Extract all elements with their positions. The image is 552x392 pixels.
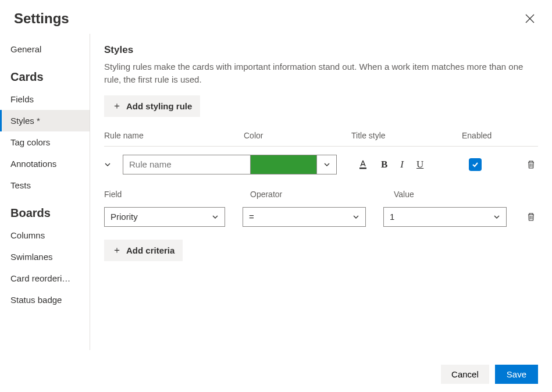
- page-title: Settings: [14, 10, 69, 27]
- check-icon: [471, 161, 479, 169]
- delete-rule-button[interactable]: [524, 158, 538, 172]
- cancel-button[interactable]: Cancel: [441, 365, 489, 384]
- sidebar-item-columns[interactable]: Columns: [0, 224, 90, 246]
- save-button[interactable]: Save: [495, 365, 538, 384]
- sidebar-section-cards: Cards: [0, 60, 90, 88]
- column-header-rulename: Rule name: [104, 131, 244, 140]
- italic-button[interactable]: I: [398, 156, 406, 173]
- color-swatch[interactable]: [251, 155, 317, 174]
- section-title: Styles: [104, 44, 538, 56]
- trash-icon: [526, 212, 536, 222]
- font-color-icon: [358, 159, 368, 170]
- trash-icon: [526, 160, 536, 169]
- close-icon: [525, 14, 535, 23]
- criteria-operator-select[interactable]: =: [243, 207, 366, 227]
- sidebar-item-general[interactable]: General: [0, 38, 90, 60]
- sidebar-item-tag-colors[interactable]: Tag colors: [0, 131, 90, 153]
- sidebar-item-annotations[interactable]: Annotations: [0, 153, 90, 174]
- criteria-header-operator: Operator: [250, 190, 394, 199]
- chevron-down-icon: [104, 161, 111, 168]
- underline-button[interactable]: U: [414, 156, 426, 173]
- add-styling-rule-label: Add styling rule: [126, 101, 192, 111]
- add-criteria-button[interactable]: ＋ Add criteria: [104, 240, 183, 261]
- sidebar-item-swimlanes[interactable]: Swimlanes: [0, 246, 90, 268]
- svg-rect-0: [359, 168, 366, 169]
- main-panel: Styles Styling rules make the cards with…: [90, 34, 552, 350]
- plus-icon: ＋: [112, 244, 122, 256]
- criteria-header-value: Value: [394, 190, 538, 199]
- criteria-header-field: Field: [104, 190, 250, 199]
- add-criteria-label: Add criteria: [126, 245, 174, 255]
- font-color-button[interactable]: [355, 157, 371, 172]
- criteria-value-select[interactable]: 1: [383, 207, 507, 227]
- color-dropdown[interactable]: [317, 155, 337, 174]
- column-header-titlestyle: Title style: [351, 131, 462, 140]
- expand-rule-toggle[interactable]: [104, 161, 123, 168]
- delete-criteria-button[interactable]: [524, 210, 538, 224]
- sidebar-item-card-reordering[interactable]: Card reorderi…: [0, 268, 90, 289]
- criteria-value-value: 1: [390, 212, 394, 222]
- sidebar-section-boards: Boards: [0, 196, 90, 224]
- bold-button[interactable]: B: [379, 156, 390, 173]
- close-button[interactable]: [522, 10, 538, 27]
- chevron-down-icon: [212, 213, 219, 220]
- sidebar-item-fields[interactable]: Fields: [0, 88, 90, 110]
- add-styling-rule-button[interactable]: ＋ Add styling rule: [104, 95, 200, 117]
- sidebar-item-status-badge[interactable]: Status badge: [0, 289, 90, 311]
- column-header-color: Color: [244, 131, 351, 140]
- plus-icon: ＋: [112, 100, 122, 112]
- criteria-field-value: Priority: [111, 212, 138, 222]
- sidebar-item-tests[interactable]: Tests: [0, 174, 90, 196]
- criteria-operator-value: =: [249, 212, 254, 222]
- column-header-enabled: Enabled: [462, 131, 538, 140]
- rule-name-input[interactable]: [123, 155, 251, 174]
- chevron-down-icon: [323, 161, 330, 168]
- chevron-down-icon: [493, 213, 500, 220]
- enabled-checkbox[interactable]: [469, 158, 482, 171]
- sidebar-item-styles[interactable]: Styles *: [0, 110, 90, 131]
- section-description: Styling rules make the cards with import…: [104, 60, 538, 86]
- sidebar: General Cards Fields Styles * Tag colors…: [0, 34, 90, 350]
- chevron-down-icon: [352, 213, 359, 220]
- criteria-field-select[interactable]: Priority: [104, 207, 225, 227]
